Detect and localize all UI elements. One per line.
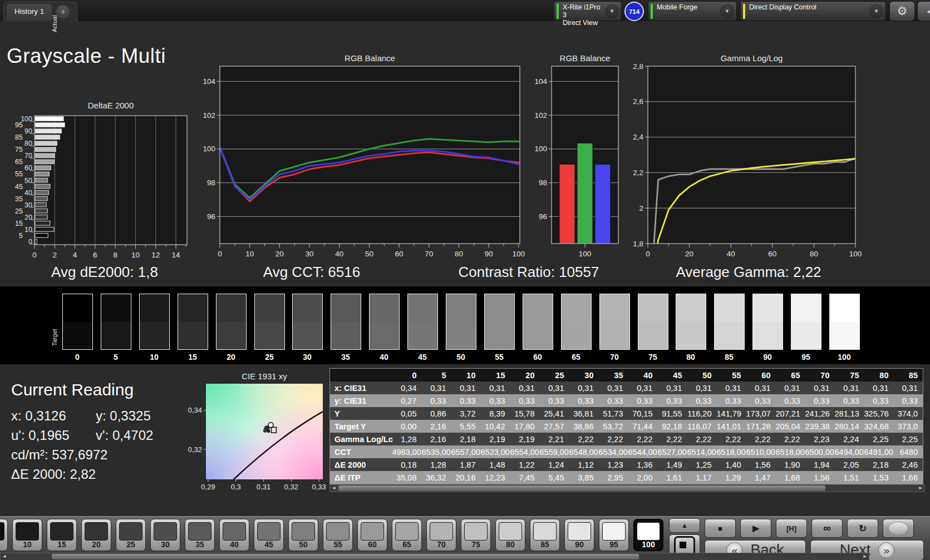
stop-button[interactable]: ■	[705, 519, 736, 538]
table-cell: 205,04	[776, 420, 805, 433]
pattern-scrollbar[interactable]: ◄ ►	[0, 553, 869, 560]
svg-text:0,3: 0,3	[231, 483, 241, 491]
pattern-level-button-50[interactable]: 50	[288, 519, 318, 551]
pattern-level-button-35[interactable]: 35	[185, 519, 215, 551]
blank-button[interactable]	[883, 519, 914, 538]
actual-patch	[370, 294, 399, 322]
table-cell: 70,15	[628, 407, 658, 420]
deltae-2000-chart: DeltaE 200010095908580757065605550454035…	[4, 99, 189, 261]
settings-button[interactable]: ⚙	[889, 1, 915, 21]
actual-patch	[676, 294, 706, 322]
table-row-label: ΔE 2000	[330, 458, 392, 471]
table-cell: 2,25	[894, 433, 923, 445]
collapse-panel-button[interactable]: ◀	[917, 1, 930, 21]
actual-patch	[446, 294, 476, 322]
scrollbar-thumb[interactable]	[338, 485, 825, 491]
pattern-level-button-60[interactable]: 60	[357, 519, 387, 551]
pattern-level-button-65[interactable]: 65	[392, 519, 422, 551]
refresh-button[interactable]: ↻	[847, 519, 878, 538]
chevron-down-icon[interactable]: ▼	[720, 4, 734, 18]
swatch-level-label: 65	[560, 353, 592, 361]
table-cell: 280,14	[835, 420, 864, 433]
measure-series-icon: [H]	[786, 524, 796, 533]
table-cell: 6534,00	[599, 445, 628, 458]
table-cell: 171,28	[746, 420, 776, 433]
pattern-level-button-75[interactable]: 75	[461, 519, 491, 551]
measure-continuous-button[interactable]: ∞	[811, 519, 843, 538]
meter-dropdown-display-control[interactable]: Direct Display Control ▼	[740, 1, 886, 21]
tab-history-1[interactable]: History 1	[7, 4, 52, 21]
swatch-level-label: 35	[329, 353, 362, 361]
chevron-down-icon[interactable]: ▼	[605, 4, 619, 18]
table-cell: 374,0	[894, 407, 923, 420]
swatch-level-label: 75	[637, 353, 669, 361]
pattern-level-button-100[interactable]: 100	[633, 519, 663, 551]
play-button[interactable]: ▶	[740, 519, 771, 538]
tab-group: History 1 +	[3, 2, 77, 22]
measure-series-button[interactable]: [H]	[776, 519, 807, 538]
table-cell: 2,16	[422, 420, 451, 433]
svg-text:100: 100	[579, 250, 592, 258]
pattern-level-button-70[interactable]: 70	[426, 519, 456, 551]
svg-text:80: 80	[810, 250, 818, 258]
svg-text:50: 50	[365, 250, 373, 258]
table-row-label: Y	[330, 407, 392, 420]
pattern-level-label: 65	[392, 540, 421, 549]
table-cell: 2,23	[805, 433, 835, 445]
table-column-header: 25	[540, 369, 569, 382]
swatch-level-label: 85	[713, 353, 745, 361]
reading-luminance: cd/m²: 537,6972	[11, 447, 153, 463]
meter-dropdown-probe[interactable]: X-Rite i1Pro 3Direct View ▼	[554, 1, 622, 21]
actual-patch	[791, 294, 821, 322]
pattern-level-button-85[interactable]: 85	[530, 519, 560, 551]
scroll-right-icon[interactable]: ►	[861, 553, 869, 560]
pattern-list-up-button[interactable]: ▲	[669, 518, 700, 533]
pattern-level-button-45[interactable]: 45	[254, 519, 284, 551]
target-patch	[715, 322, 744, 350]
pattern-level-button-10[interactable]: 10	[12, 519, 42, 551]
pattern-chip	[568, 522, 591, 541]
pattern-level-button-80[interactable]: 80	[495, 519, 525, 551]
actual-patch	[562, 294, 591, 322]
table-cell: 1,56	[746, 458, 776, 471]
table-cell: 0,31	[776, 381, 805, 394]
measurement-table: 0510152025303540455055606570758085x: CIE…	[329, 368, 930, 484]
scroll-right-icon[interactable]: ►	[917, 485, 924, 492]
table-scrollbar[interactable]: ◄ ►	[329, 484, 925, 492]
chevron-down-icon[interactable]: ▼	[869, 4, 883, 18]
svg-text:95: 95	[15, 121, 23, 129]
scrollbar-thumb[interactable]	[52, 554, 639, 559]
pattern-level-button-5[interactable]: 5	[0, 519, 8, 551]
add-tab-button[interactable]: +	[56, 5, 70, 18]
pattern-level-button-30[interactable]: 30	[150, 519, 180, 551]
pattern-level-button-15[interactable]: 15	[47, 519, 77, 551]
deltae-chart-svg: DeltaE 200010095908580757065605550454035…	[4, 99, 189, 261]
svg-text:40: 40	[335, 250, 343, 258]
target-patch	[63, 322, 92, 350]
pattern-level-button-25[interactable]: 25	[116, 519, 146, 551]
table-cell: 0,31	[687, 381, 717, 394]
scroll-left-icon[interactable]: ◄	[330, 485, 338, 492]
svg-text:102: 102	[534, 111, 547, 120]
pattern-level-label: 55	[323, 540, 352, 549]
pattern-level-button-95[interactable]: 95	[599, 519, 629, 551]
table-cell: 6557,00	[451, 445, 481, 458]
bottom-toolbar: ▲ « Back Next » ◄ ► 51015202530354045505…	[0, 516, 930, 560]
meter-status-indicator	[743, 4, 745, 19]
table-cell: 0,05	[392, 407, 422, 420]
svg-text:0: 0	[218, 250, 222, 258]
table-cell: 0,31	[835, 381, 864, 394]
meter-dropdown-pattern-source[interactable]: Mobile Forge ▼	[648, 1, 737, 21]
svg-text:70: 70	[425, 250, 433, 258]
table-cell: 239,38	[805, 420, 835, 433]
pattern-level-button-20[interactable]: 20	[81, 519, 111, 551]
table-cell: 1,28	[392, 433, 422, 445]
table-cell: 1,17	[687, 471, 717, 484]
svg-text:30: 30	[24, 201, 32, 209]
pattern-level-button-90[interactable]: 90	[564, 519, 594, 551]
target-row-label: Target	[51, 323, 58, 352]
pattern-level-button-55[interactable]: 55	[323, 519, 353, 551]
svg-text:35: 35	[15, 195, 23, 203]
scroll-left-icon[interactable]: ◄	[1, 553, 8, 560]
pattern-level-button-40[interactable]: 40	[219, 519, 249, 551]
